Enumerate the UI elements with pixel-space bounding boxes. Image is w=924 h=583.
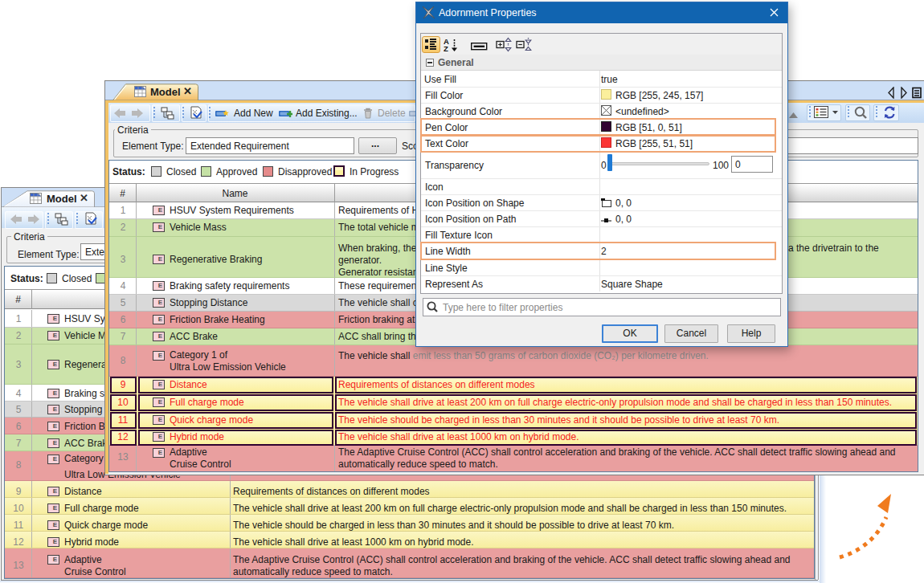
svg-text:Z: Z bbox=[444, 44, 448, 53]
